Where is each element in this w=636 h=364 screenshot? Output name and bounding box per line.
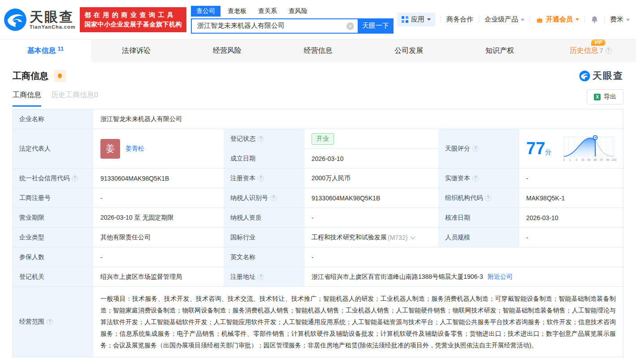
apps-label: 应用 xyxy=(411,15,424,24)
reg-address-label: 注册地址? xyxy=(224,267,304,286)
reg-authority-value: 绍兴市上虞区市场监督管理局 xyxy=(93,267,224,286)
svg-text:3: 3 xyxy=(575,158,577,161)
credit-code-value: 91330604MAK98Q5K1B xyxy=(93,169,224,188)
company-type-label: 企业类型 xyxy=(13,228,93,247)
reg-status-cell: 开业 xyxy=(304,129,438,148)
status-badge: 开业 xyxy=(312,133,334,145)
business-scope-value: 一般项目：技术服务、技术开发、技术咨询、技术交流、技术转让、技术推广；智能机器人… xyxy=(93,287,623,357)
subscribe-bell-button[interactable] xyxy=(54,70,66,82)
paid-capital-value: - xyxy=(519,169,623,188)
help-icon[interactable]: ? xyxy=(72,175,78,182)
help-icon[interactable]: ? xyxy=(270,195,277,201)
legal-rep-name-link[interactable]: 姜青松 xyxy=(125,145,144,153)
table-row: 登记机关 绍兴市上虞区市场监督管理局 注册地址? 浙江省绍兴市上虞区百官街道峰山… xyxy=(13,267,623,287)
promo-banner-line1: 都在用的商业查询工具 xyxy=(84,10,182,20)
business-info-table: 企业名称 浙江智龙未来机器人有限公司 法定代表人 姜 姜青松 登记状态 ? xyxy=(13,109,623,357)
business-term-label: 营业期限 xyxy=(13,208,93,227)
svg-text:15: 15 xyxy=(581,158,584,161)
tab-company-development[interactable]: 公司发展 xyxy=(363,39,454,62)
help-icon[interactable]: ? xyxy=(258,274,264,280)
help-icon[interactable]: ? xyxy=(485,195,491,201)
taxpayer-id-label: 纳税人识别号? xyxy=(224,188,304,208)
nav-business-cooperation[interactable]: 商务合作 xyxy=(446,15,473,24)
tab-intellectual-property[interactable]: 知识产权 xyxy=(454,39,545,62)
business-term-value: 2026-03-10 至 无固定期限 xyxy=(93,208,224,227)
legal-rep-cell: 姜 姜青松 xyxy=(93,129,224,168)
chevron-down-icon[interactable] xyxy=(411,234,415,239)
help-icon[interactable]: ? xyxy=(472,146,479,152)
notification-bell-icon[interactable] xyxy=(590,15,599,24)
watermark-logo-text: 天眼查 xyxy=(593,69,623,82)
staff-size-label: 人员规模 xyxy=(439,228,519,247)
tab-basic-info[interactable]: 基本信息 11 xyxy=(0,39,91,62)
svg-text:0: 0 xyxy=(563,158,565,161)
crown-icon xyxy=(536,16,544,24)
svg-text:97: 97 xyxy=(600,158,603,161)
subtab-history-business-info[interactable]: 历史工商信息0 xyxy=(51,91,98,107)
help-icon[interactable]: ? xyxy=(472,175,479,182)
help-icon[interactable]: ? xyxy=(606,48,612,54)
subtab-business-info[interactable]: 工商信息 xyxy=(13,91,41,107)
logo-subtitle: TianYanCha.com xyxy=(30,24,75,30)
divider xyxy=(441,16,441,23)
org-code-value: MAK98Q5K-1 xyxy=(519,188,623,208)
avatar[interactable]: 姜 xyxy=(100,139,120,159)
industry-code: (M732) xyxy=(388,234,407,241)
divider xyxy=(479,16,479,23)
apps-menu-button[interactable]: 应用 xyxy=(397,13,435,26)
tab-history-info[interactable]: 历史信息 VIP 7 ? xyxy=(545,39,636,62)
subtab-row: 工商信息 历史工商信息0 X 导出 xyxy=(13,83,623,108)
nav-user-menu[interactable]: 费米 xyxy=(610,15,630,24)
tab-legal-litigation[interactable]: 法律诉讼 xyxy=(91,39,182,62)
nav-open-vip[interactable]: 开通会员 xyxy=(536,15,579,24)
table-row: 经营范围? 一般项目：技术服务、技术开发、技术咨询、技术交流、技术转让、技术推广… xyxy=(13,287,623,357)
help-icon[interactable]: ? xyxy=(47,319,53,325)
search-input[interactable] xyxy=(191,18,358,34)
export-button[interactable]: X 导出 xyxy=(587,89,623,104)
apps-grid-icon xyxy=(402,16,408,23)
clear-search-icon[interactable]: ✕ xyxy=(346,22,354,30)
legal-rep-label: 法定代表人 xyxy=(13,129,93,168)
tab-operation-risk[interactable]: 经营风险 xyxy=(182,39,273,62)
section-title: 工商信息 xyxy=(13,70,48,82)
business-scope-label: 经营范围? xyxy=(13,287,93,357)
company-name-label: 企业名称 xyxy=(13,109,93,129)
search-tabs: 查公司 查老板 查关系 查风险 xyxy=(191,6,394,17)
establish-date-value: 2026-03-10 xyxy=(304,149,438,168)
paid-capital-label: 实缴资本? xyxy=(439,169,519,188)
excel-icon: X xyxy=(594,94,601,100)
promo-banner-line2: 国家中小企业发展子基金旗下机构 xyxy=(84,20,182,29)
search-area: 查公司 查老板 查关系 查风险 ✕ 天眼一下 xyxy=(191,6,394,34)
approval-date-value: 2026-03-10 xyxy=(519,208,623,227)
org-code-label: 组织机构代码? xyxy=(439,188,519,208)
tab-operation-info[interactable]: 经营信息 xyxy=(273,39,363,62)
score-cell[interactable]: 77分 xyxy=(519,129,623,168)
search-tab-risk[interactable]: 查风险 xyxy=(289,6,307,17)
insured-count-label: 参保人数 xyxy=(13,247,93,267)
watermark-logo: 天眼查 xyxy=(579,69,623,82)
english-name-label: 英文名称 xyxy=(224,247,304,267)
top-header: 天眼查 TianYanCha.com 都在用的商业查询工具 国家中小企业发展子基… xyxy=(0,0,636,39)
tianyancha-logo[interactable]: 天眼查 TianYanCha.com xyxy=(4,8,75,31)
table-row: 统一社会信用代码? 91330604MAK98Q5K1B 注册资本? 2000万… xyxy=(13,169,623,188)
help-icon[interactable]: ? xyxy=(258,136,264,142)
search-tab-boss[interactable]: 查老板 xyxy=(228,6,247,17)
establish-date-label: 成立日期 xyxy=(224,149,304,168)
search-tab-relation[interactable]: 查关系 xyxy=(258,6,277,17)
help-icon[interactable]: ? xyxy=(258,175,264,182)
logo-text: 天眼查 TianYanCha.com xyxy=(30,10,75,30)
table-row: 企业名称 浙江智龙未来机器人有限公司 xyxy=(13,109,623,129)
search-tab-company[interactable]: 查公司 xyxy=(191,6,221,17)
taxpayer-quality-value: - xyxy=(304,208,439,227)
logo-title: 天眼查 xyxy=(30,10,75,24)
reg-capital-label: 注册资本? xyxy=(224,169,304,188)
credit-code-label: 统一社会信用代码? xyxy=(13,169,93,188)
chevron-down-icon xyxy=(427,18,431,21)
status-date-grid: 登记状态 ? 开业 成立日期 2026-03-10 xyxy=(224,129,439,168)
industry-cell[interactable]: 工程和技术研究和试验发展 (M732) xyxy=(304,228,439,247)
search-button[interactable]: 天眼一下 xyxy=(358,18,394,34)
promo-banner: 都在用的商业查询工具 国家中小企业发展子基金旗下机构 xyxy=(80,7,186,32)
nearby-companies-link[interactable]: 附近公司 xyxy=(488,273,513,281)
nav-enterprise-products[interactable]: 企业级产品 xyxy=(485,15,524,24)
tab-history-count: 7 xyxy=(600,47,603,54)
